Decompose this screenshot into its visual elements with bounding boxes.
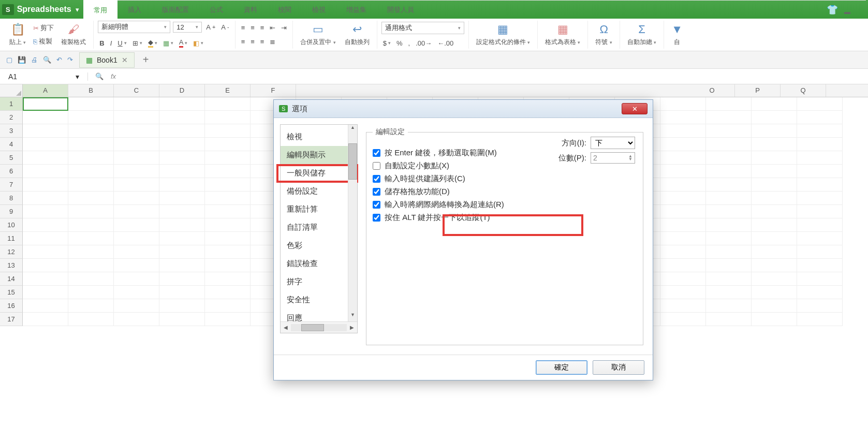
number-format-combo[interactable]: 通用格式▾	[381, 22, 464, 34]
cell[interactable]	[159, 259, 205, 272]
cell[interactable]	[68, 165, 114, 178]
cell[interactable]	[797, 245, 843, 259]
col-header-C[interactable]: C	[114, 84, 159, 97]
cell[interactable]	[706, 272, 752, 286]
cell[interactable]	[159, 111, 205, 124]
italic-button[interactable]: I	[109, 38, 114, 48]
cell[interactable]	[159, 272, 205, 286]
suggest-list-checkbox[interactable]	[373, 175, 380, 183]
align-middle-button[interactable]: ≡	[249, 23, 256, 33]
fill-button[interactable]: ▼ 自	[668, 21, 686, 49]
cell[interactable]	[752, 205, 797, 218]
cell[interactable]	[706, 138, 752, 151]
cell[interactable]	[68, 272, 114, 286]
cell[interactable]	[205, 232, 251, 245]
cell[interactable]	[68, 299, 114, 313]
cell[interactable]	[752, 111, 797, 124]
cell[interactable]	[114, 178, 159, 192]
conditional-format-button[interactable]: ▦ 設定格式化的條件 ▾	[473, 21, 533, 49]
font-combo[interactable]: 新細明體▾	[98, 21, 170, 33]
row-header[interactable]: 8	[0, 192, 23, 205]
col-header-B[interactable]: B	[68, 84, 114, 97]
tab-layout[interactable]: 版面配置	[152, 0, 199, 20]
cell[interactable]	[706, 111, 752, 124]
cell[interactable]	[68, 218, 114, 232]
cell[interactable]	[752, 151, 797, 165]
tab-addins[interactable]: 增益集	[336, 0, 377, 20]
cell[interactable]	[752, 286, 797, 299]
comma-button[interactable]: ,	[407, 38, 412, 48]
cell[interactable]	[797, 218, 843, 232]
print-preview-icon[interactable]: 🔍	[43, 56, 51, 64]
row-header[interactable]: 2	[0, 111, 23, 124]
align-center-button[interactable]: ≡	[249, 37, 256, 47]
cell[interactable]	[68, 178, 114, 192]
cell[interactable]	[159, 205, 205, 218]
cell[interactable]	[706, 232, 752, 245]
row-header[interactable]: 10	[0, 218, 23, 232]
paste-button[interactable]: 📋 貼上 ▾	[6, 21, 29, 49]
undo-icon[interactable]: ↶	[56, 56, 62, 64]
cell[interactable]	[114, 232, 159, 245]
document-tab[interactable]: ▦ Book1 ✕	[79, 52, 135, 68]
cell[interactable]	[660, 111, 706, 124]
cell[interactable]	[660, 165, 706, 178]
tab-data[interactable]: 資料	[233, 0, 268, 20]
cell[interactable]	[23, 151, 68, 165]
cell[interactable]	[205, 178, 251, 192]
options-nav-item[interactable]: 安全性	[281, 291, 357, 309]
cell[interactable]	[23, 192, 68, 205]
cell[interactable]	[205, 259, 251, 272]
cell[interactable]	[114, 245, 159, 259]
cell[interactable]	[205, 218, 251, 232]
cell[interactable]	[660, 97, 706, 111]
options-nav-item[interactable]: 色彩	[281, 237, 357, 255]
cell[interactable]	[68, 286, 114, 299]
cell[interactable]	[660, 205, 706, 218]
options-nav-item[interactable]: 錯誤檢查	[281, 255, 357, 273]
cell[interactable]	[205, 299, 251, 313]
autosum-button[interactable]: Σ 自動加總 ▾	[624, 21, 659, 49]
cell[interactable]	[752, 232, 797, 245]
cell[interactable]	[706, 299, 752, 313]
redo-icon[interactable]: ↷	[67, 56, 73, 64]
align-right-button[interactable]: ≡	[259, 37, 266, 47]
cell[interactable]	[660, 232, 706, 245]
align-top-button[interactable]: ≡	[240, 23, 247, 33]
cell[interactable]	[159, 232, 205, 245]
cell[interactable]	[159, 218, 205, 232]
tab-formulas[interactable]: 公式	[199, 0, 233, 20]
row-header[interactable]: 15	[0, 286, 23, 299]
row-header[interactable]: 16	[0, 299, 23, 313]
cell[interactable]	[660, 178, 706, 192]
row-header[interactable]: 7	[0, 178, 23, 192]
row-header[interactable]: 13	[0, 259, 23, 272]
cell[interactable]	[205, 286, 251, 299]
cell[interactable]	[23, 97, 68, 111]
cell[interactable]	[114, 111, 159, 124]
cell[interactable]	[68, 111, 114, 124]
cell[interactable]	[114, 165, 159, 178]
cell[interactable]	[159, 313, 205, 326]
cell[interactable]	[114, 218, 159, 232]
cell[interactable]	[660, 218, 706, 232]
row-header[interactable]: 11	[0, 232, 23, 245]
cell[interactable]	[660, 245, 706, 259]
col-header-E[interactable]: E	[205, 84, 251, 97]
select-all-corner[interactable]	[0, 84, 23, 97]
cell[interactable]	[706, 245, 752, 259]
nav-vscrollbar[interactable]: ▲ ▼	[348, 125, 357, 321]
cell[interactable]	[797, 205, 843, 218]
cell[interactable]	[706, 286, 752, 299]
copy-button[interactable]: ⎘複製	[32, 36, 55, 47]
cell[interactable]	[23, 286, 68, 299]
collapse-ribbon-icon[interactable]: ▬	[844, 8, 850, 16]
cell[interactable]	[23, 178, 68, 192]
cell[interactable]	[797, 259, 843, 272]
options-nav-item[interactable]: 回應	[281, 309, 357, 321]
options-nav-item[interactable]: 編輯與顯示	[281, 146, 357, 164]
cell[interactable]	[660, 124, 706, 138]
font-size-combo[interactable]: 12▾	[173, 22, 202, 33]
border-button[interactable]: ⊞ ▾	[131, 38, 144, 48]
merge-center-button[interactable]: ▭ 合併及置中 ▾	[297, 21, 339, 49]
